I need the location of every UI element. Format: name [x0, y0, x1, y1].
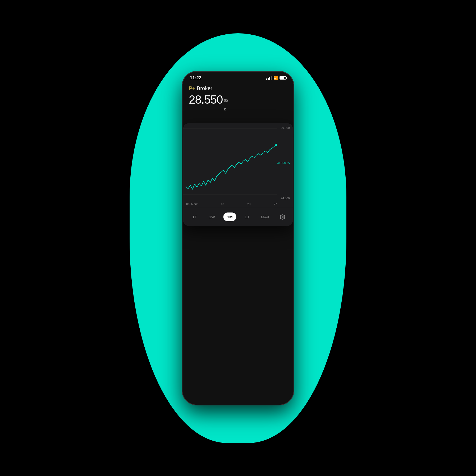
status-bar: 11:22 📶: [182, 72, 294, 83]
phone-content: P+ Broker 28.550 65€: [182, 83, 294, 405]
time-btn-max[interactable]: MAX: [257, 212, 273, 221]
settings-button[interactable]: [278, 212, 287, 222]
phone-device: 11:22 📶 P+ Broker 28.550 65€: [182, 72, 294, 405]
broker-title: P+ Broker: [189, 85, 287, 91]
svg-point-3: [282, 216, 283, 218]
battery-icon: [280, 76, 286, 80]
portfolio-main-value: 28.550: [189, 93, 223, 106]
time-btn-1j[interactable]: 1J: [241, 212, 253, 221]
chart-date-3: 20: [247, 202, 250, 206]
chart-label-current: 28.550,65: [277, 161, 290, 165]
wifi-icon: 📶: [273, 76, 278, 80]
portfolio-decimal-value: 65€: [224, 98, 228, 111]
chart-svg-container: [183, 123, 277, 200]
chart-label-top: 29.000: [277, 126, 290, 130]
status-time: 11:22: [190, 75, 201, 81]
time-btn-1t[interactable]: 1T: [189, 212, 201, 221]
time-btn-1m[interactable]: 1M: [223, 212, 236, 221]
time-btn-1w[interactable]: 1W: [205, 212, 219, 221]
chart-area: 29.000 28.550,65 24.500 06. März 13 20 2…: [183, 123, 293, 208]
broker-name: Broker: [197, 85, 212, 91]
portfolio-value: 28.550 65€: [189, 93, 287, 111]
status-icons: 📶: [266, 76, 286, 80]
chart-labels: 29.000 28.550,65 24.500: [277, 123, 290, 208]
chart-date-1: 06. März: [186, 202, 198, 206]
chart-svg: [183, 123, 277, 200]
chart-dates: 06. März 13 20 27: [186, 202, 277, 206]
quick-actions: Zahlungen Sparpläne: [182, 404, 294, 404]
chart-date-4: 27: [274, 202, 277, 206]
app-header: P+ Broker 28.550 65€: [182, 83, 294, 113]
chart-card: 29.000 28.550,65 24.500 06. März 13 20 2…: [183, 123, 293, 226]
chart-date-2: 13: [221, 202, 224, 206]
time-range-selector: 1T 1W 1M 1J MAX: [183, 208, 293, 226]
signal-icon: [266, 76, 272, 80]
chart-label-bottom: 24.500: [277, 197, 290, 200]
broker-logo: P+: [189, 85, 195, 91]
